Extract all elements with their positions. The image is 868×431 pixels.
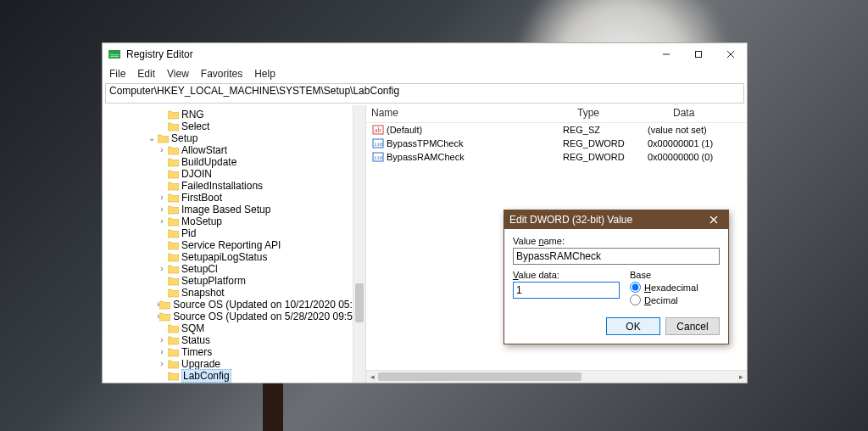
folder-icon [167, 204, 179, 215]
tree-item[interactable]: ›Software [103, 382, 365, 383]
svg-rect-1 [110, 52, 114, 53]
list-scroll-thumb[interactable] [378, 372, 581, 381]
folder-icon [167, 169, 179, 179]
minimize-button[interactable] [650, 43, 682, 65]
radio-dec-input[interactable] [630, 294, 641, 305]
value-type: REG_SZ [563, 125, 648, 135]
tree-item[interactable]: Service Reporting API [103, 239, 365, 251]
value-data: 0x00000001 (1) [648, 138, 747, 148]
tree-item-label: Image Based Setup [181, 204, 270, 216]
value-name-label: Value name: [513, 236, 720, 246]
tree-item[interactable]: FailedInstallations [103, 180, 365, 192]
tree-item[interactable]: ›SetupCl [103, 263, 365, 275]
tree-item[interactable]: ›Image Based Setup [103, 204, 365, 216]
svg-rect-3 [110, 56, 119, 57]
value-data-label: Value data: [513, 270, 620, 280]
expand-icon[interactable]: › [157, 263, 167, 275]
scroll-right-icon[interactable]: ▸ [735, 371, 747, 383]
expand-icon[interactable]: › [157, 334, 167, 346]
menu-edit[interactable]: Edit [137, 68, 155, 80]
col-type[interactable]: Type [572, 105, 668, 122]
tree-item-label: SetupapiLogStatus [181, 251, 267, 263]
tree-item-label: Snapshot [181, 287, 225, 299]
tree-item-label: SQM [181, 322, 204, 334]
value-name-field[interactable] [513, 248, 720, 265]
tree-item[interactable]: Pid [103, 227, 365, 239]
registry-tree[interactable]: RNGSelect⌄Setup›AllowStartBuildUpdateDJO… [103, 105, 366, 383]
collapse-icon[interactable]: ⌄ [147, 132, 157, 144]
ok-button[interactable]: OK [606, 317, 660, 335]
tree-item[interactable]: ›Timers [103, 346, 365, 358]
expand-icon[interactable]: › [157, 346, 167, 358]
tree-item[interactable]: ›FirstBoot [103, 192, 365, 204]
cancel-button[interactable]: Cancel [665, 317, 720, 335]
value-name: BypassRAMCheck [387, 152, 563, 162]
folder-icon [167, 371, 179, 381]
tree-item[interactable]: RNG [103, 109, 365, 120]
radio-hexadecimal[interactable]: Hexadecimal [630, 282, 720, 293]
expand-icon[interactable]: › [147, 382, 157, 383]
radio-hex-input[interactable] [630, 282, 641, 293]
tree-item[interactable]: Snapshot [103, 287, 365, 299]
expand-icon[interactable]: › [157, 192, 167, 204]
tree-item[interactable]: SetupPlatform [103, 275, 365, 287]
expand-icon[interactable]: › [157, 204, 167, 216]
folder-icon [167, 216, 179, 227]
menu-help[interactable]: Help [254, 68, 275, 80]
expand-icon[interactable]: › [157, 216, 167, 227]
expand-icon[interactable]: › [157, 144, 167, 156]
dialog-title: Edit DWORD (32-bit) Value [509, 214, 632, 226]
tree-item-setup[interactable]: ⌄Setup [103, 132, 365, 144]
list-header[interactable]: Name Type Data [366, 105, 747, 123]
menu-view[interactable]: View [167, 68, 189, 80]
tree-item[interactable]: ›Source OS (Updated on 10/21/2020 05:54:… [103, 299, 365, 311]
folder-icon [167, 335, 179, 345]
tree-item-label: Status [181, 334, 210, 346]
menubar: File Edit View Favorites Help [103, 65, 747, 82]
tree-item-label: LabConfig [181, 369, 231, 383]
window-title: Registry Editor [126, 48, 193, 60]
menu-file[interactable]: File [109, 68, 125, 80]
tree-item[interactable]: BuildUpdate [103, 156, 365, 168]
tree-item[interactable]: ›AllowStart [103, 144, 365, 156]
scroll-left-icon[interactable]: ◂ [366, 371, 378, 383]
folder-icon [167, 145, 179, 155]
folder-icon [167, 276, 179, 286]
tree-item-label: Pid [181, 227, 196, 239]
col-name[interactable]: Name [366, 105, 572, 122]
menu-favorites[interactable]: Favorites [201, 68, 242, 80]
folder-icon [159, 311, 170, 322]
value-type-icon: ab [366, 124, 387, 136]
titlebar[interactable]: Registry Editor [103, 43, 747, 65]
folder-icon [159, 299, 170, 310]
dialog-close-button[interactable] [704, 210, 723, 229]
tree-scrollbar[interactable] [353, 105, 365, 383]
value-data-field[interactable] [513, 282, 620, 299]
value-row[interactable]: 110BypassRAMCheckREG_DWORD0x00000000 (0) [366, 150, 747, 164]
maximize-button[interactable] [682, 43, 715, 65]
radio-decimal[interactable]: Decimal [630, 294, 720, 305]
expand-icon[interactable]: › [157, 358, 167, 370]
tree-item[interactable]: ›Upgrade [103, 358, 365, 370]
base-group-label: Base [630, 270, 720, 280]
value-row[interactable]: ab(Default)REG_SZ(value not set) [366, 123, 747, 137]
folder-icon [167, 109, 179, 120]
address-bar[interactable]: Computer\HKEY_LOCAL_MACHINE\SYSTEM\Setup… [105, 83, 744, 104]
close-button[interactable] [715, 43, 747, 65]
tree-item[interactable]: SQM [103, 322, 365, 334]
tree-item[interactable]: SetupapiLogStatus [103, 251, 365, 263]
folder-icon [157, 133, 169, 143]
dialog-titlebar[interactable]: Edit DWORD (32-bit) Value [504, 210, 728, 229]
tree-item[interactable]: Select [103, 120, 365, 132]
tree-item[interactable]: ›MoSetup [103, 216, 365, 227]
tree-item[interactable]: LabConfig [103, 370, 365, 382]
list-h-scrollbar[interactable]: ◂ ▸ [366, 370, 747, 383]
tree-item[interactable]: DJOIN [103, 168, 365, 180]
value-row[interactable]: 110BypassTPMCheckREG_DWORD0x00000001 (1) [366, 137, 747, 150]
folder-icon [167, 193, 179, 203]
tree-item-label: Select [181, 120, 209, 132]
tree-item[interactable]: ›Status [103, 334, 365, 346]
tree-item[interactable]: ›Source OS (Updated on 5/28/2020 09:50:1… [103, 311, 365, 322]
col-data[interactable]: Data [668, 105, 747, 122]
tree-scroll-thumb[interactable] [355, 283, 364, 322]
